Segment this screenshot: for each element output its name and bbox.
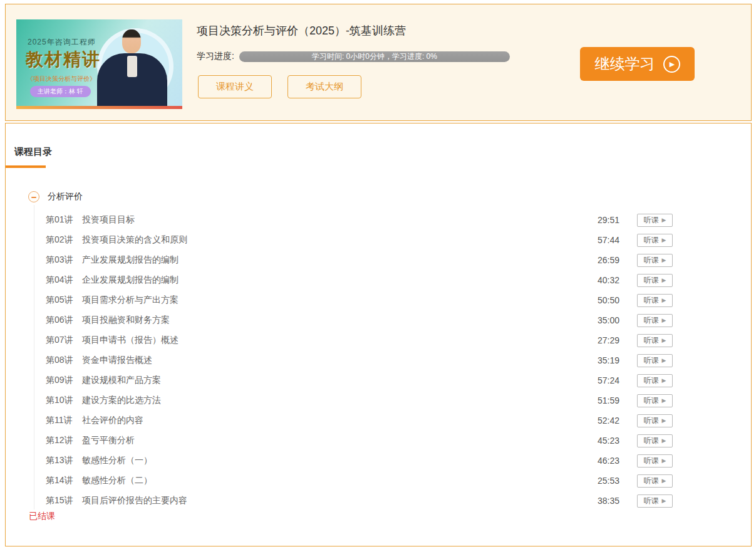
tab-course-catalog-label: 课程目录 <box>14 146 52 157</box>
play-triangle-icon: ▶ <box>662 378 666 384</box>
listen-button[interactable]: 听课 ▶ <box>637 274 673 287</box>
section-title: 分析评价 <box>48 191 83 202</box>
teacher-badge: 主讲老师：林 轩 <box>30 86 91 97</box>
listen-button-label: 听课 <box>644 315 659 326</box>
lesson-number: 第11讲 <box>46 415 82 426</box>
lesson-row: 第07讲 项目申请书（报告）概述 27:29 听课 ▶ <box>6 330 751 350</box>
lesson-number: 第04讲 <box>46 274 82 286</box>
lesson-number: 第07讲 <box>46 335 82 346</box>
lesson-row: 第10讲 建设方案的比选方法 51:59 听课 ▶ <box>6 390 751 410</box>
lesson-row: 第08讲 资金申请报告概述 35:19 听课 ▶ <box>6 350 751 370</box>
listen-button-label: 听课 <box>644 215 659 226</box>
listen-button-label: 听课 <box>644 235 659 246</box>
play-triangle-icon: ▶ <box>662 418 666 424</box>
play-triangle-icon: ▶ <box>662 358 666 363</box>
listen-button[interactable]: 听课 ▶ <box>637 314 673 327</box>
play-triangle-icon: ▶ <box>662 238 666 243</box>
thumbnail-title-text: 教材精讲 <box>26 48 101 71</box>
lesson-duration: 38:35 <box>582 496 619 506</box>
lesson-row: 第11讲 社会评价的内容 52:42 听课 ▶ <box>6 410 751 431</box>
lesson-number: 第10讲 <box>46 395 82 406</box>
play-triangle-icon: ▶ <box>662 298 666 303</box>
lesson-duration: 57:24 <box>582 375 619 385</box>
lesson-number: 第15讲 <box>46 495 82 506</box>
lesson-duration: 50:50 <box>582 295 619 305</box>
listen-button-label: 听课 <box>644 416 659 426</box>
lesson-title: 项目投融资和财务方案 <box>82 315 582 326</box>
lesson-duration: 57:44 <box>582 235 619 245</box>
lesson-duration: 29:51 <box>582 215 619 225</box>
tab-active-underline <box>6 165 46 168</box>
course-ended-label: 已结课 <box>29 511 55 522</box>
play-circle-icon: ▶ <box>663 56 680 73</box>
lesson-row: 第09讲 建设规模和产品方案 57:24 听课 ▶ <box>6 370 751 390</box>
thumbnail-subtitle-text: 《项目决策分析与评价》 <box>27 75 96 83</box>
listen-button[interactable]: 听课 ▶ <box>637 454 673 468</box>
section-analysis-evaluation[interactable]: 分析评价 <box>28 191 83 202</box>
lesson-number: 第05讲 <box>46 295 82 306</box>
listen-button[interactable]: 听课 ▶ <box>637 414 673 427</box>
listen-button[interactable]: 听课 ▶ <box>637 374 673 387</box>
lesson-row: 第04讲 企业发展规划报告的编制 40:32 听课 ▶ <box>6 270 751 290</box>
lesson-number: 第02讲 <box>46 234 82 246</box>
tab-course-catalog[interactable]: 课程目录 <box>14 146 52 158</box>
play-triangle-icon: ▶ <box>662 498 666 504</box>
syllabus-button[interactable]: 考试大纲 <box>287 75 361 98</box>
instructor-head <box>122 29 141 53</box>
lesson-number: 第14讲 <box>46 475 82 486</box>
lesson-title: 建设方案的比选方法 <box>82 395 582 406</box>
lesson-number: 第03讲 <box>46 254 82 266</box>
listen-button-label: 听课 <box>644 355 659 366</box>
lesson-number: 第01讲 <box>46 214 82 226</box>
header-button-row: 课程讲义 考试大纲 <box>198 75 361 98</box>
lesson-row: 第06讲 项目投融资和财务方案 35:00 听课 ▶ <box>6 310 751 330</box>
listen-button[interactable]: 听课 ▶ <box>637 354 673 367</box>
lesson-row: 第12讲 盈亏平衡分析 45:23 听课 ▶ <box>6 431 751 451</box>
listen-button[interactable]: 听课 ▶ <box>637 494 673 508</box>
listen-button[interactable]: 听课 ▶ <box>637 254 673 267</box>
lesson-row: 第05讲 项目需求分析与产出方案 50:50 听课 ▶ <box>6 290 751 310</box>
play-triangle-icon: ▶ <box>662 318 666 323</box>
listen-button-label: 听课 <box>644 395 659 406</box>
listen-button-label: 听课 <box>644 456 659 466</box>
lesson-title: 企业发展规划报告的编制 <box>82 274 582 286</box>
lesson-duration: 40:32 <box>582 275 619 285</box>
lesson-title: 建设规模和产品方案 <box>82 375 582 386</box>
instructor-shirt <box>127 56 137 77</box>
listen-button[interactable]: 听课 ▶ <box>637 434 673 447</box>
lesson-duration: 26:59 <box>582 255 619 265</box>
play-triangle-icon: ▶ <box>662 278 666 283</box>
progress-bar: 学习时间: 0小时0分钟，学习进度: 0% <box>239 51 510 62</box>
lesson-title: 敏感性分析（二） <box>82 475 582 486</box>
lesson-title: 项目需求分析与产出方案 <box>82 295 582 306</box>
lesson-title: 盈亏平衡分析 <box>82 435 582 446</box>
course-title: 项目决策分析与评价（2025）-筑基训练营 <box>197 23 406 38</box>
listen-button-label: 听课 <box>644 275 659 286</box>
lesson-row: 第15讲 项目后评价报告的主要内容 38:35 听课 ▶ <box>6 491 751 511</box>
collapse-minus-icon[interactable] <box>28 191 39 202</box>
listen-button-label: 听课 <box>644 255 659 266</box>
lesson-title: 项目后评价报告的主要内容 <box>82 495 582 506</box>
listen-button[interactable]: 听课 ▶ <box>637 294 673 307</box>
handout-button[interactable]: 课程讲义 <box>198 75 272 98</box>
listen-button[interactable]: 听课 ▶ <box>637 234 673 247</box>
lesson-title: 社会评价的内容 <box>82 415 582 426</box>
lesson-duration: 27:29 <box>582 335 619 345</box>
progress-bar-text: 学习时间: 0小时0分钟，学习进度: 0% <box>312 51 437 62</box>
listen-button[interactable]: 听课 ▶ <box>637 474 673 488</box>
play-triangle-icon: ▶ <box>662 258 666 263</box>
continue-learning-button[interactable]: 继续学习 ▶ <box>580 47 695 81</box>
listen-button[interactable]: 听课 ▶ <box>637 214 673 227</box>
listen-button-label: 听课 <box>644 476 659 486</box>
lesson-number: 第08讲 <box>46 355 82 366</box>
lesson-duration: 35:19 <box>582 355 619 365</box>
lesson-list: 第01讲 投资项目目标 29:51 听课 ▶ 第02讲 投资项目决策的含义和原则… <box>6 210 751 511</box>
lesson-row: 第03讲 产业发展规划报告的编制 26:59 听课 ▶ <box>6 250 751 270</box>
lesson-number: 第12讲 <box>46 435 82 446</box>
thumbnail-year-text: 2025年咨询工程师 <box>28 37 96 48</box>
listen-button[interactable]: 听课 ▶ <box>637 334 673 347</box>
listen-button[interactable]: 听课 ▶ <box>637 394 673 407</box>
listen-button-label: 听课 <box>644 436 659 446</box>
course-thumbnail[interactable]: 2025年咨询工程师 教材精讲 《项目决策分析与评价》 主讲老师：林 轩 <box>16 19 182 109</box>
play-triangle-icon: ▶ <box>662 398 666 404</box>
